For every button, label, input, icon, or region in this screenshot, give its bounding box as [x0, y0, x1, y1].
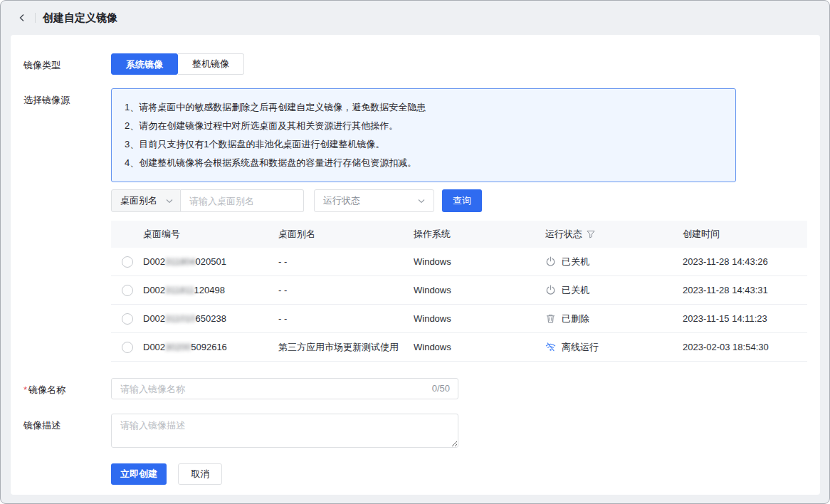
trash-icon — [545, 313, 556, 324]
status-text: 已删除 — [562, 313, 589, 325]
row-radio[interactable] — [122, 256, 133, 268]
tab-system-image[interactable]: 系统镜像 — [111, 53, 178, 75]
id-prefix: D002 — [143, 285, 165, 295]
table-row[interactable]: D002311811120498- -Windows已关机2023-11-28 … — [111, 276, 807, 305]
desktop-id-cell: D002302005092616 — [143, 342, 278, 352]
id-suffix: 5092616 — [191, 342, 227, 352]
id-masked-segment: 311811 — [165, 285, 194, 295]
desktop-alias-cell: 第三方应用市场更新测试使用 — [278, 341, 414, 354]
desktop-alias-cell: - - — [278, 313, 414, 324]
chevron-down-icon — [166, 199, 173, 204]
image-type-tabs: 系统镜像 整机镜像 — [111, 53, 244, 75]
image-source-content: 1、请将桌面中的敏感数据删除之后再创建自定义镜像，避免数据安全隐患2、请勿在创建… — [111, 88, 807, 362]
created-time-cell: 2023-11-28 14:43:31 — [683, 285, 807, 295]
table-row[interactable]: D002311010650238- -Windows已删除2023-11-15 … — [111, 305, 807, 333]
chevron-left-icon — [18, 14, 26, 22]
row-radio[interactable] — [122, 313, 133, 325]
power-icon — [545, 285, 556, 295]
desktop-id-cell: D002311010650238 — [143, 313, 278, 324]
filter-field-value: 桌面别名 — [120, 194, 157, 207]
desktop-table-body: D002311804020501- -Windows已关机2023-11-28 … — [111, 248, 807, 362]
run-status-cell: 离线运行 — [545, 341, 683, 354]
col-created-time: 创建时间 — [683, 228, 807, 241]
image-type-label: 镜像类型 — [23, 53, 111, 75]
os-cell: Windows — [414, 313, 545, 324]
run-status-cell: 已删除 — [545, 313, 683, 325]
status-text: 已关机 — [562, 256, 589, 268]
actions-row: 立即创建 取消 — [23, 463, 806, 485]
image-desc-row: 镜像描述 — [23, 414, 806, 448]
notice-box: 1、请将桌面中的敏感数据删除之后再创建自定义镜像，避免数据安全隐患2、请勿在创建… — [111, 88, 736, 182]
wifi-offline-icon — [545, 342, 556, 352]
run-status-select[interactable]: 运行状态 — [314, 189, 434, 212]
filter-funnel-icon[interactable] — [587, 230, 595, 238]
actions-buttons: 立即创建 取消 — [111, 463, 222, 485]
os-cell: Windows — [414, 342, 545, 352]
image-type-row: 镜像类型 系统镜像 整机镜像 — [23, 53, 806, 75]
desktop-table: 桌面编号 桌面别名 操作系统 运行状态 创建时间 — [111, 221, 807, 362]
id-suffix: 120498 — [194, 285, 225, 295]
desktop-alias-cell: - - — [278, 256, 414, 267]
id-suffix: 650238 — [196, 313, 226, 324]
id-prefix: D002 — [143, 342, 165, 352]
id-prefix: D002 — [143, 256, 165, 267]
chevron-down-icon — [418, 199, 425, 204]
id-suffix: 020501 — [196, 256, 226, 267]
status-text: 已关机 — [562, 284, 589, 297]
status-text: 离线运行 — [562, 341, 599, 354]
image-source-row: 选择镜像源 1、请将桌面中的敏感数据删除之后再创建自定义镜像，避免数据安全隐患2… — [23, 88, 806, 362]
image-name-input-wrap: 0/50 — [111, 378, 458, 399]
run-status-cell: 已关机 — [545, 256, 683, 268]
table-row[interactable]: D002302005092616第三方应用市场更新测试使用Windows离线运行… — [111, 333, 807, 362]
create-image-form-card: 镜像类型 系统镜像 整机镜像 选择镜像源 1、请将桌面中的敏感数据删除之后再创建… — [11, 35, 820, 495]
created-time-cell: 2023-11-15 14:11:23 — [683, 313, 807, 324]
col-desktop-alias: 桌面别名 — [278, 228, 414, 241]
id-prefix: D002 — [143, 313, 165, 324]
image-name-input[interactable] — [111, 378, 458, 399]
desktop-alias-cell: - - — [278, 285, 414, 295]
create-now-button[interactable]: 立即创建 — [111, 463, 167, 485]
run-status-cell: 已关机 — [545, 284, 683, 297]
created-time-cell: 2023-11-28 14:43:26 — [683, 256, 807, 267]
id-masked-segment: 311010 — [165, 313, 195, 324]
col-run-status-label: 运行状态 — [545, 228, 582, 241]
row-radio[interactable] — [122, 285, 133, 296]
cancel-button[interactable]: 取消 — [178, 463, 222, 485]
image-name-label: *镜像名称 — [23, 378, 111, 399]
id-masked-segment: 311804 — [165, 256, 195, 267]
notice-line: 3、目前只支持仅有1个数据盘的非池化桌面进行创建整机镜像。 — [125, 135, 723, 154]
tab-whole-machine-image[interactable]: 整机镜像 — [178, 53, 244, 75]
desktop-alias-input[interactable] — [181, 189, 304, 212]
notice-line: 1、请将桌面中的敏感数据删除之后再创建自定义镜像，避免数据安全隐患 — [125, 98, 723, 117]
os-cell: Windows — [414, 256, 545, 267]
col-desktop-id: 桌面编号 — [143, 228, 278, 241]
char-counter: 0/50 — [432, 383, 450, 394]
id-masked-segment: 30200 — [165, 342, 191, 352]
table-row[interactable]: D002311804020501- -Windows已关机2023-11-28 … — [111, 248, 807, 276]
page-header: 创建自定义镜像 — [1, 1, 829, 35]
back-button[interactable] — [15, 11, 29, 25]
desktop-id-cell: D002311804020501 — [143, 256, 278, 267]
create-custom-image-page: 创建自定义镜像 镜像类型 系统镜像 整机镜像 选择镜像源 1、请将桌面中的敏感数… — [0, 0, 830, 504]
image-desc-label: 镜像描述 — [23, 414, 111, 448]
os-cell: Windows — [414, 285, 545, 295]
actions-spacer — [23, 463, 111, 485]
image-desc-textarea[interactable] — [111, 414, 458, 448]
power-icon — [545, 256, 556, 267]
desktop-id-cell: D002311811120498 — [143, 285, 278, 295]
required-mark: * — [23, 384, 27, 395]
created-time-cell: 2023-02-03 18:54:30 — [683, 342, 807, 352]
page-title: 创建自定义镜像 — [43, 11, 117, 25]
filter-field-select[interactable]: 桌面别名 — [111, 189, 181, 212]
desktop-table-header: 桌面编号 桌面别名 操作系统 运行状态 创建时间 — [111, 221, 807, 248]
notice-line: 4、创建整机镜像将会根据系统盘和数据盘的容量进行存储包资源扣减。 — [125, 154, 723, 172]
row-radio[interactable] — [122, 342, 133, 353]
row-radio-cell — [111, 285, 143, 296]
title-divider — [35, 13, 36, 23]
image-source-label: 选择镜像源 — [23, 88, 111, 362]
row-radio-cell — [111, 342, 143, 353]
search-button[interactable]: 查询 — [442, 189, 482, 212]
col-os: 操作系统 — [414, 228, 545, 241]
run-status-value: 运行状态 — [323, 194, 360, 207]
row-radio-cell — [111, 313, 143, 325]
